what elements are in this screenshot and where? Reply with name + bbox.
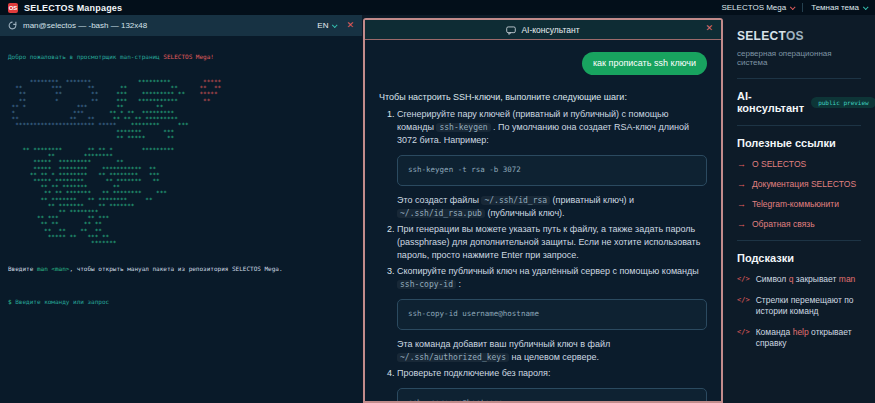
refresh-icon[interactable]	[8, 21, 17, 30]
step-item: Скопируйте публичный ключ на удалённый с…	[397, 265, 707, 364]
hint-text: Символ q закрывает man	[756, 274, 856, 285]
hint-item: </>Стрелки перемещают по истории команд	[737, 295, 861, 317]
code-block: ssh username@hostname	[397, 388, 707, 401]
chevron-down-icon	[863, 4, 869, 10]
sidebar-link[interactable]: →Документация SELECTOS	[737, 179, 861, 189]
sidebar-link-label: Документация SELECTOS	[752, 179, 856, 189]
terminal-message-line: Введите man <man>, чтобы открыть мануал …	[8, 266, 354, 272]
step-item: При генерации вы можете указать путь к ф…	[397, 223, 707, 262]
distro-dropdown[interactable]: SELECTOS Mega	[721, 3, 794, 12]
terminal-window: man@selectos — -bash — 132x48 EN ✕ Добро…	[0, 15, 362, 403]
hint-text: Стрелки перемещают по истории команд	[756, 295, 861, 317]
chevron-down-icon	[332, 22, 338, 28]
terminal-close-button[interactable]: ✕	[346, 21, 354, 30]
app-logo-icon: OS	[8, 3, 18, 13]
arrow-right-icon: →	[737, 220, 746, 229]
code-icon: </>	[737, 327, 750, 338]
brand-strong: SELECT	[737, 29, 786, 43]
code-block: ssh-keygen -t rsa -b 3072	[397, 155, 707, 186]
language-label: EN	[317, 21, 328, 30]
step-item: Проверьте подключение без пароля:ssh use…	[397, 367, 707, 401]
useful-links-list: →О SELECTOS→Документация SELECTOS→Telegr…	[737, 159, 861, 229]
ai-modal-body: как прописать ssh ключи Чтобы настроить …	[365, 40, 721, 401]
sidebar-ai-title: AI-консультант	[737, 90, 804, 114]
hint-item: </>Символ q закрывает man	[737, 274, 861, 285]
sidebar-brand: SELECTOS	[737, 29, 861, 43]
step-item: Сгенерируйте пару ключей (приватный и пу…	[397, 108, 707, 220]
hint-item: </>Команда help открывает справку	[737, 327, 861, 349]
arrow-right-icon: →	[737, 160, 746, 169]
sidebar-link[interactable]: →Telegram-коммьюнити	[737, 199, 861, 209]
chat-bubble-icon	[506, 21, 516, 39]
ascii-art-line: *******	[8, 240, 354, 246]
arrow-right-icon: →	[737, 200, 746, 209]
arrow-right-icon: →	[737, 180, 746, 189]
sidebar-divider	[737, 240, 861, 241]
topbar-divider	[802, 3, 803, 12]
theme-dropdown-label: Темная тема	[811, 3, 859, 12]
code-block: ssh-copy-id username@hostname	[397, 299, 707, 330]
code-icon: </>	[737, 295, 750, 306]
sidebar: SELECTOS серверная операционная система …	[725, 15, 875, 403]
terminal-titlebar: man@selectos — -bash — 132x48 EN ✕	[0, 15, 362, 36]
sidebar-divider	[737, 125, 861, 126]
sidebar-link[interactable]: →О SELECTOS	[737, 159, 861, 169]
code-icon: </>	[737, 274, 750, 285]
sidebar-link-label: О SELECTOS	[752, 159, 806, 169]
app-title: SELECTOS Manpages	[24, 3, 122, 13]
sidebar-link-label: Telegram-коммьюнити	[752, 199, 839, 209]
chevron-down-icon	[790, 4, 796, 10]
public-preview-badge: public preview	[811, 97, 875, 108]
terminal-body: Добро пожаловать в просмотрщик man-стран…	[0, 36, 362, 324]
user-question-bubble: как прописать ssh ключи	[582, 52, 707, 75]
ssh-steps-list: Сгенерируйте пару ключей (приватный и пу…	[379, 108, 707, 401]
ai-modal-close-button[interactable]: ✕	[705, 23, 713, 33]
top-bar: OS SELECTOS Manpages SELECTOS Mega Темна…	[0, 0, 875, 15]
hints-list: </>Символ q закрывает man</>Стрелки пере…	[737, 274, 861, 349]
ai-assistant-modal: AI-консультант ✕ как прописать ssh ключи…	[363, 18, 723, 403]
language-dropdown[interactable]: EN	[317, 21, 336, 30]
ai-modal-title: AI-консультант	[521, 25, 579, 35]
ai-modal-header: AI-консультант ✕	[365, 20, 721, 40]
useful-links-title: Полезные ссылки	[737, 137, 861, 149]
sidebar-divider	[737, 78, 861, 79]
terminal-welcome-line: Добро пожаловать в просмотрщик man-стран…	[8, 54, 354, 60]
theme-dropdown[interactable]: Темная тема	[811, 3, 867, 12]
hint-text: Команда help открывает справку	[756, 327, 861, 349]
ascii-art: ******** ******* ********* ***** ** *** …	[8, 79, 354, 246]
distro-dropdown-label: SELECTOS Mega	[721, 3, 786, 12]
sidebar-link-label: Обратная связь	[752, 219, 815, 229]
terminal-title: man@selectos — -bash — 132x48	[23, 21, 147, 30]
sidebar-link[interactable]: →Обратная связь	[737, 219, 861, 229]
sidebar-subtitle: серверная операционная система	[737, 49, 861, 67]
top-bar-right: SELECTOS Mega Темная тема	[721, 3, 867, 12]
terminal-prompt[interactable]: $ Введите команду или запрос	[8, 299, 354, 305]
brand-light: OS	[786, 29, 804, 43]
hints-title: Подсказки	[737, 252, 861, 264]
ai-answer-intro: Чтобы настроить SSH-ключи, выполните сле…	[379, 91, 707, 104]
